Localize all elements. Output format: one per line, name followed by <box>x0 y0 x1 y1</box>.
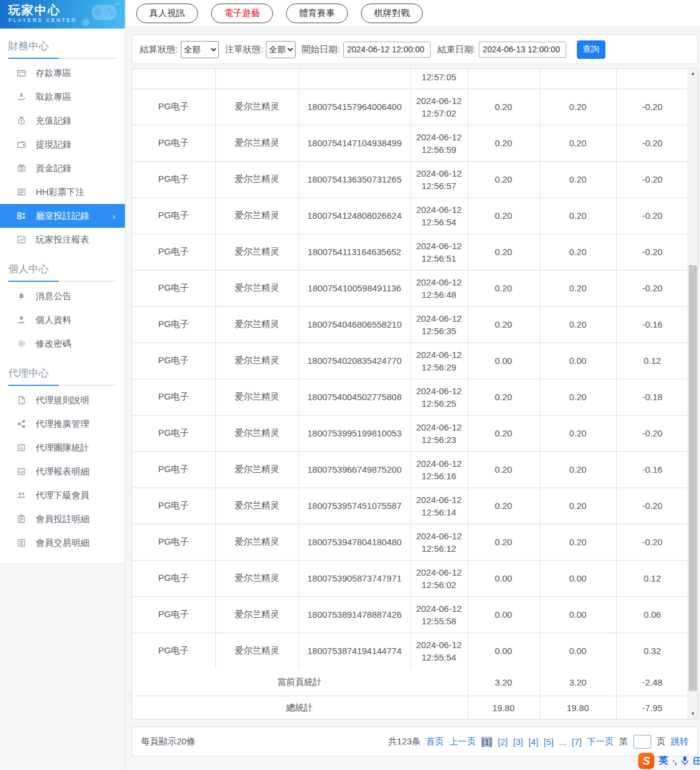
microphone-icon[interactable] <box>680 756 689 766</box>
bet-amount-cell: 0.00 <box>467 633 539 669</box>
bet-id-cell: 1800754147104938499 <box>299 125 410 161</box>
game-cell: PG电子 <box>132 415 215 451</box>
end-date-input[interactable] <box>479 42 566 58</box>
search-button[interactable]: 查詢 <box>577 40 605 59</box>
ime-language-toggle[interactable]: 英 <box>658 755 668 767</box>
vertical-scrollbar[interactable]: ▲ ▼ <box>688 69 698 719</box>
bet-date: 2024-06-12 <box>412 131 466 143</box>
tab-sports[interactable]: 體育賽事 <box>286 4 348 23</box>
first-page-link[interactable]: 首页 <box>426 736 444 747</box>
sidebar-item-room-bet-records[interactable]: 廳室投註記錄 › <box>0 204 125 228</box>
bet-id-cell: 1800753891478887426 <box>299 596 410 633</box>
valid-bet-cell: 0.20 <box>539 125 616 161</box>
section-title-finance: 財務中心 <box>8 39 125 53</box>
tab-card-games[interactable]: 棋牌對戰 <box>361 4 423 23</box>
start-date-input[interactable] <box>343 42 431 58</box>
bet-id-cell: 1800753874194144774 <box>299 633 410 669</box>
sidebar-item-agent-downline[interactable]: 代理下級會員 <box>0 483 125 507</box>
tab-electronic-games[interactable]: 電子遊藝 <box>211 4 273 23</box>
prev-page-link[interactable]: 上一页 <box>449 736 476 747</box>
win-loss-cell: -0.20 <box>616 197 688 234</box>
sogou-ime-icon[interactable]: S <box>638 753 654 769</box>
sidebar-item-agent-team-stats[interactable]: 代理團隊統計 <box>0 436 125 460</box>
table-viewport: 12:57:05 PG电子 爱尔兰精灵 1800754157964006400 <box>132 69 688 719</box>
end-date-label: 結束日期: <box>438 44 476 55</box>
bet-date: 2024-06-12 <box>412 203 466 216</box>
page-link-5[interactable]: [5] <box>544 737 554 747</box>
total-summary-win: -7.95 <box>616 696 688 719</box>
game-cell: PG电子 <box>132 89 215 125</box>
game-name-cell: 爱尔兰精灵 <box>215 161 299 197</box>
valid-bet-cell: 0.20 <box>539 524 616 560</box>
bet-amount-cell: 0.20 <box>467 379 539 415</box>
page-summary-bet: 3.20 <box>467 669 539 696</box>
bet-id-cell: 1800754157964006400 <box>299 89 410 125</box>
sidebar-item-agent-promotion[interactable]: 代理推廣管理 <box>0 412 125 436</box>
win-loss-cell: 0.12 <box>616 560 688 596</box>
bet-time-cell: 2024-06-12 12:56:25 <box>410 379 467 415</box>
game-cell: PG电子 <box>132 306 215 342</box>
scrollbar-thumb[interactable] <box>689 265 697 691</box>
sidebar-item-announcements[interactable]: 消息公告 <box>0 284 125 308</box>
bet-id-cell: 1800754046806558210 <box>299 306 410 342</box>
sidebar-item-withdrawal-record[interactable]: 提現記錄 <box>0 133 125 156</box>
goto-page-input[interactable] <box>633 735 651 749</box>
bet-time-cell: 2024-06-12 12:56:51 <box>410 234 467 270</box>
bet-time-cell: 2024-06-12 12:56:23 <box>410 415 467 451</box>
ime-toolbar: S 英 ·, <box>638 753 700 769</box>
bet-amount-cell: 0.20 <box>467 197 539 234</box>
sidebar-item-label: 個人資料 <box>36 315 71 326</box>
page-link-7[interactable]: [7] <box>572 737 582 747</box>
sidebar-item-recharge-record[interactable]: 充值記錄 <box>0 109 125 133</box>
section-divider <box>8 281 117 282</box>
sidebar-item-label: 取款專區 <box>36 92 71 103</box>
bet-id-cell: 1800753905873747971 <box>299 560 410 596</box>
game-cell: PG电子 <box>132 234 215 270</box>
sidebar-item-change-password[interactable]: 修改密碼 <box>0 332 125 356</box>
section-title-agent: 代理中心 <box>8 366 125 380</box>
total-summary-row: 總統計 19.80 19.80 -7.95 <box>132 696 688 719</box>
order-status-select[interactable]: 全部 <box>266 41 296 58</box>
next-page-link[interactable]: 下一页 <box>587 736 614 747</box>
bet-amount-cell: 0.20 <box>467 524 539 560</box>
bet-time: 12:55:58 <box>412 615 466 627</box>
table-row: PG电子 爱尔兰精灵 1800753995199810053 2024-06-1… <box>132 415 688 451</box>
withdraw-hand-icon <box>17 92 26 102</box>
sidebar: 玩家中心 PLAYERS CENTER 財務中心 存款專區 取款專區 <box>0 0 125 770</box>
table-row: PG电子 爱尔兰精灵 1800753966749875200 2024-06-1… <box>132 451 688 488</box>
bet-date: 2024-06-12 <box>412 276 466 288</box>
win-loss-cell: -0.20 <box>616 488 688 524</box>
bet-time: 12:56:48 <box>412 288 466 301</box>
page-link-4[interactable]: [4] <box>528 737 538 747</box>
sidebar-item-agent-report-detail[interactable]: 代理報表明細 <box>0 460 125 483</box>
sidebar-item-lottery-bets[interactable]: HH彩票下注 <box>0 180 125 204</box>
sidebar-item-member-transaction-detail[interactable]: 會員交易明細 <box>0 531 125 555</box>
sidebar-item-withdraw[interactable]: 取款專區 <box>0 85 125 109</box>
sidebar-item-funds-record[interactable]: 資金記錄 <box>0 156 125 180</box>
goto-jump-button[interactable]: 跳转 <box>671 736 689 747</box>
page-link-1[interactable]: [1] <box>481 737 492 747</box>
game-name-cell: 爱尔兰精灵 <box>215 270 299 306</box>
scroll-up-icon[interactable]: ▲ <box>688 69 698 78</box>
sidebar-item-profile[interactable]: 個人資料 <box>0 308 125 332</box>
win-loss-cell: -0.20 <box>616 89 688 125</box>
settle-status-select[interactable]: 全部 <box>181 41 219 58</box>
table-summary: 當前頁統計 3.20 3.20 -2.48 總統計 19.80 19.80 -7… <box>132 669 688 719</box>
category-tabs: 真人視訊 電子遊藝 體育賽事 棋牌對戰 <box>125 0 700 27</box>
bet-date: 2024-06-12 <box>412 602 466 615</box>
page-link-2[interactable]: [2] <box>498 737 508 747</box>
sidebar-item-member-bet-detail[interactable]: 會員投註明細 <box>0 507 125 531</box>
scroll-down-icon[interactable]: ▼ <box>688 709 698 719</box>
bet-records-table: 12:57:05 PG电子 爱尔兰精灵 1800754157964006400 <box>132 69 688 719</box>
sidebar-item-deposit[interactable]: 存款專區 <box>0 61 125 85</box>
sidebar-item-agent-rules[interactable]: 代理規則說明 <box>0 388 125 412</box>
win-loss-cell: -0.20 <box>616 161 688 197</box>
tab-live-casino[interactable]: 真人視訊 <box>136 4 198 23</box>
sidebar-item-player-report[interactable]: 玩家投注報表 <box>0 228 125 252</box>
sidebar-item-label: 代理下級會員 <box>36 490 89 501</box>
keyboard-icon[interactable] <box>693 756 700 766</box>
valid-bet-cell: 0.20 <box>539 379 616 415</box>
game-cell: PG电子 <box>132 197 215 234</box>
ime-punctuation-toggle[interactable]: ·, <box>672 756 676 766</box>
page-link-3[interactable]: [3] <box>513 737 523 747</box>
